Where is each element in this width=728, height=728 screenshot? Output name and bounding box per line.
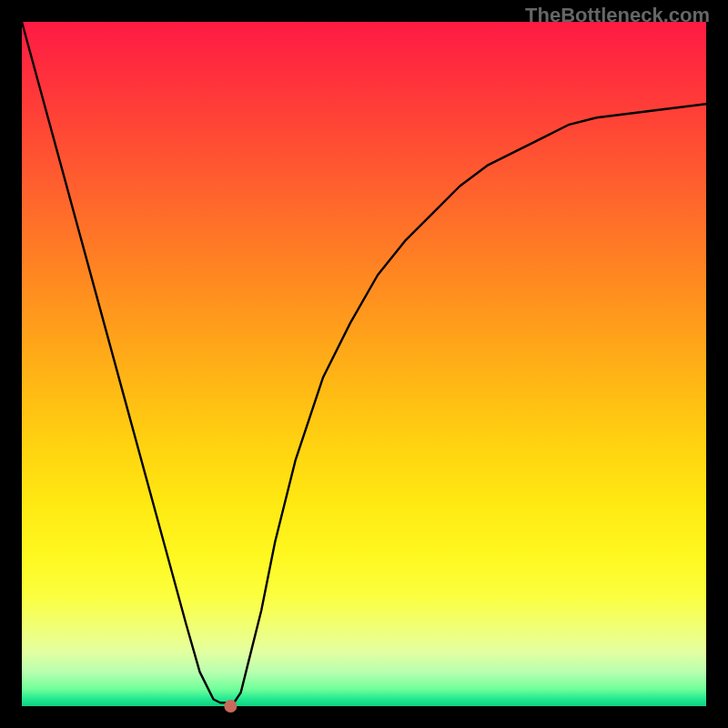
watermark-text: TheBottleneck.com [525, 4, 710, 27]
bottleneck-curve-chart [22, 22, 706, 706]
bottleneck-curve [22, 22, 706, 703]
optimal-point-marker [224, 700, 237, 713]
